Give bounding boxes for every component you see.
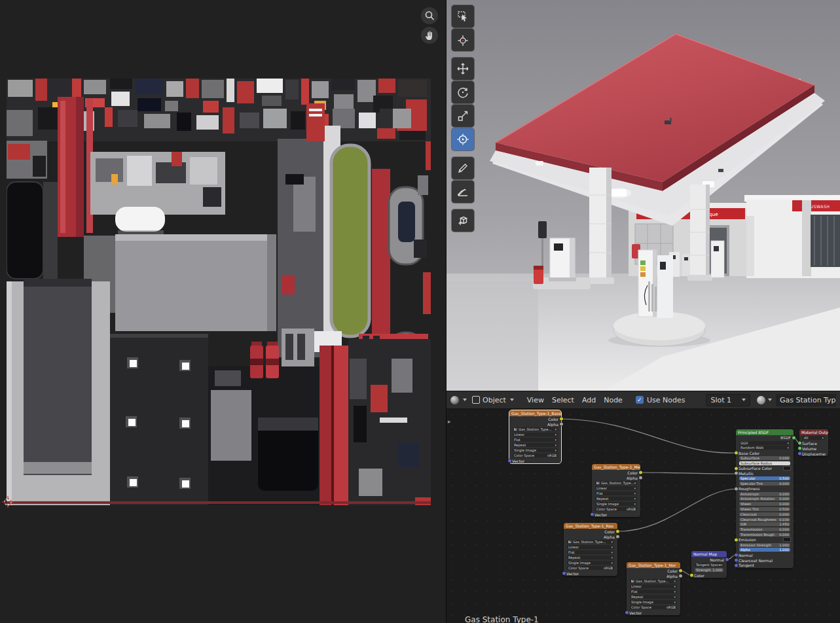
- node-principled-subsurface[interactable]: Subsurface0.000: [736, 455, 794, 461]
- node-normal-map-normal[interactable]: Normal: [691, 557, 727, 562]
- node-principled-anisotropic[interactable]: Anisotropic0.000: [736, 491, 794, 497]
- node-output-all[interactable]: All▾: [799, 435, 828, 440]
- node-tex-roughness-linear[interactable]: Linear▾: [564, 544, 617, 550]
- socket-base-color[interactable]: [735, 452, 738, 455]
- node-output[interactable]: Material OutputAll▾SurfaceVolumeDisplace…: [799, 429, 828, 456]
- socket-color[interactable]: [616, 530, 619, 533]
- material-name-field[interactable]: Gas Station Type-1: [776, 394, 836, 406]
- color-swatch[interactable]: [783, 537, 791, 542]
- node-tex-normal-color-space[interactable]: Color SpacesRGB: [627, 605, 680, 610]
- node-title-tex-base[interactable]: Gas_Station_Type-1_Base: [509, 410, 561, 416]
- socket-vector[interactable]: [625, 611, 629, 614]
- node-principled-tangent[interactable]: Tangent: [736, 563, 794, 568]
- node-principled[interactable]: Principled BSDFBSDFGGX▾Random Walk▾Base …: [736, 429, 794, 568]
- node-tex-normal-vector[interactable]: Vector: [627, 610, 680, 615]
- socket-tangent[interactable]: [735, 563, 738, 567]
- socket-alpha[interactable]: [679, 575, 682, 578]
- node-principled-metallic[interactable]: Metallic: [736, 471, 794, 476]
- node-tex-base-flat[interactable]: Flat▾: [509, 437, 561, 442]
- pan-gizmo[interactable]: [421, 27, 438, 44]
- node-principled-clearcoat-normal[interactable]: Clearcoat Normal: [736, 558, 794, 563]
- node-tex-normal-alpha[interactable]: Alpha: [627, 573, 680, 578]
- socket-subsurface-color[interactable]: [735, 467, 738, 470]
- node-principled-anisotropic-rotation[interactable]: Anisotropic Rotation0.000: [736, 497, 794, 502]
- node-tex-base[interactable]: Gas_Station_Type-1_BaseColorAlphaGas_Sta…: [509, 410, 561, 463]
- node-output-volume[interactable]: Volume: [799, 446, 828, 451]
- node-tex-base-gas-station-type[interactable]: Gas_Station_Type…▾: [509, 427, 561, 432]
- socket-normal[interactable]: [725, 558, 729, 561]
- node-tex-base-color[interactable]: Color: [509, 416, 561, 421]
- socket-clearcoat-normal[interactable]: [735, 559, 738, 562]
- node-principled-clearcoat-roughness[interactable]: Clearcoat Roughness0.030: [736, 517, 794, 522]
- socket-vector[interactable]: [591, 513, 594, 516]
- node-tex-normal-gas-station-type[interactable]: Gas_Station_Type…▾: [627, 578, 680, 584]
- node-tex-metallic-flat[interactable]: Flat▾: [592, 491, 640, 496]
- node-title-tex-roughness[interactable]: Gas_Station_Type-1_Rou: [564, 523, 617, 529]
- socket-alpha[interactable]: [639, 476, 642, 480]
- node-principled-emission-strength[interactable]: Emission Strength1.000: [736, 543, 794, 548]
- node-tex-normal-flat[interactable]: Flat▾: [627, 589, 680, 594]
- node-normal-map-strength[interactable]: Strength1.000: [691, 567, 727, 573]
- node-principled-alpha[interactable]: Alpha1.000: [736, 548, 794, 553]
- node-principled-sheen[interactable]: Sheen0.000: [736, 501, 794, 507]
- socket-alpha[interactable]: [616, 535, 619, 539]
- tool-measure[interactable]: [452, 181, 474, 203]
- node-tex-metallic-color[interactable]: Color: [592, 470, 640, 475]
- node-tex-base-alpha[interactable]: Alpha: [509, 421, 561, 427]
- node-principled-normal[interactable]: Normal: [736, 552, 794, 558]
- node-normal-map-tangent-space[interactable]: Tangent Space▾: [691, 562, 727, 567]
- node-principled-base-color[interactable]: Base Color: [736, 450, 794, 455]
- node-tex-base-vector[interactable]: Vector: [509, 458, 561, 463]
- tool-tweak-select[interactable]: [452, 5, 474, 27]
- node-tex-base-single-image[interactable]: Single Image▾: [509, 448, 561, 453]
- node-title-tex-normal[interactable]: Gas_Station_Type-1_Nor: [627, 562, 680, 568]
- node-tex-normal-linear[interactable]: Linear▾: [627, 584, 680, 589]
- socket-emission[interactable]: [735, 538, 738, 541]
- node-tex-base-color-space[interactable]: Color SpacesRGB: [509, 453, 561, 458]
- node-output-surface[interactable]: Surface: [799, 440, 828, 446]
- socket-vector[interactable]: [508, 459, 511, 463]
- use-nodes-toggle[interactable]: ✓ Use Nodes: [636, 396, 685, 404]
- node-canvas[interactable]: ▸ Gas Station Type-1 Gas_Station_Type-1_…: [447, 409, 840, 623]
- node-tex-metallic-repeat[interactable]: Repeat▾: [592, 496, 640, 501]
- editor-type-button[interactable]: [450, 396, 467, 404]
- tool-annotate[interactable]: [452, 157, 474, 179]
- socket-displacement[interactable]: [798, 452, 801, 455]
- node-tex-metallic-color-space[interactable]: Color SpacesRGB: [592, 507, 640, 512]
- node-principled-specular-tint[interactable]: Specular Tint0.000: [736, 481, 794, 486]
- slot-dropdown[interactable]: Slot 1: [706, 394, 750, 406]
- node-tex-base-linear[interactable]: Linear▾: [509, 432, 561, 437]
- node-output-displacement[interactable]: Displacement: [799, 451, 828, 456]
- node-tex-normal-color[interactable]: Color: [627, 568, 680, 573]
- tool-rotate[interactable]: [452, 81, 474, 103]
- socket-metallic[interactable]: [735, 472, 738, 475]
- socket-volume[interactable]: [798, 447, 801, 450]
- node-tex-roughness-alpha[interactable]: Alpha: [564, 534, 617, 539]
- node-tex-roughness-color[interactable]: Color: [564, 529, 617, 534]
- menu-view[interactable]: View: [523, 394, 548, 406]
- node-normal-map[interactable]: Normal MapNormalTangent Space▾Strength1.…: [691, 551, 727, 578]
- node-principled-subsurface-color[interactable]: Subsurface Color: [736, 466, 794, 471]
- node-tex-normal-single-image[interactable]: Single Image▾: [627, 599, 680, 605]
- node-principled-clearcoat[interactable]: Clearcoat0.000: [736, 512, 794, 517]
- socket-color[interactable]: [679, 569, 682, 573]
- node-tex-metallic[interactable]: Gas_Station_Type-1_MetColorAlphaGas_Stat…: [592, 464, 640, 517]
- menu-node[interactable]: Node: [600, 394, 627, 406]
- node-tex-roughness-repeat[interactable]: Repeat▾: [564, 555, 617, 560]
- shader-mode-dropdown[interactable]: Object: [472, 396, 514, 404]
- node-title-principled[interactable]: Principled BSDF: [736, 429, 794, 435]
- menu-add[interactable]: Add: [578, 394, 600, 406]
- node-tex-roughness[interactable]: Gas_Station_Type-1_RouColorAlphaGas_Stat…: [564, 523, 617, 576]
- node-principled-ior[interactable]: IOR1.450: [736, 522, 794, 527]
- socket-color[interactable]: [560, 418, 563, 421]
- tool-move[interactable]: [452, 58, 474, 80]
- node-principled-bsdf[interactable]: BSDF: [736, 435, 794, 440]
- socket-alpha[interactable]: [560, 423, 563, 426]
- socket-bsdf[interactable]: [792, 436, 795, 439]
- node-principled-transmission-rough[interactable]: Transmission Rough.0.000: [736, 532, 794, 537]
- socket-color[interactable]: [639, 471, 642, 474]
- socket-vector[interactable]: [562, 572, 566, 575]
- node-tex-roughness-single-image[interactable]: Single Image▾: [564, 560, 617, 565]
- tool-transform[interactable]: [452, 128, 474, 151]
- socket-surface[interactable]: [798, 442, 801, 445]
